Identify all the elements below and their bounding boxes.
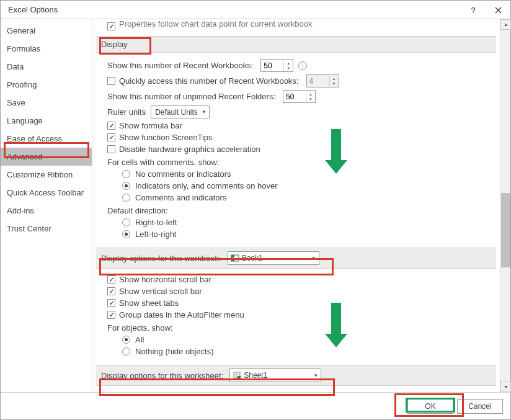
show-formula-bar-checkbox[interactable] bbox=[107, 122, 115, 130]
h-scroll-label: Show horizontal scroll bar bbox=[119, 275, 211, 284]
objects-all-radio[interactable] bbox=[122, 336, 130, 344]
sidebar-item-advanced[interactable]: Advanced bbox=[1, 148, 92, 166]
sidebar-item-general[interactable]: General bbox=[1, 22, 92, 40]
objects-none-radio[interactable] bbox=[122, 347, 130, 355]
display-heading-text: Display bbox=[101, 40, 128, 49]
recent-workbooks-spinner[interactable]: ▲▼ bbox=[260, 59, 293, 72]
sidebar-item-trust-center[interactable]: Trust Center bbox=[1, 220, 92, 238]
close-button[interactable] bbox=[486, 1, 510, 19]
comments-both-radio[interactable] bbox=[122, 194, 130, 202]
sidebar-item-formulas[interactable]: Formulas bbox=[1, 40, 92, 58]
worksheet-select[interactable]: Sheet1 ▼ bbox=[229, 369, 321, 382]
recent-folders-input[interactable] bbox=[283, 92, 306, 101]
worksheet-icon bbox=[233, 371, 241, 380]
sidebar-item-save[interactable]: Save bbox=[1, 94, 92, 112]
quick-access-recent-input bbox=[307, 77, 329, 86]
sheet-tabs-label: Show sheet tabs bbox=[119, 298, 179, 308]
svg-text:X: X bbox=[232, 256, 235, 261]
workbook-heading-text: Display options for this workbook: bbox=[101, 254, 221, 263]
workbook-select[interactable]: X Book1 ▼ bbox=[228, 251, 319, 265]
display-section-header: Display bbox=[96, 36, 496, 53]
sidebar-item-language[interactable]: Language bbox=[1, 112, 92, 130]
direction-rtl-radio[interactable] bbox=[122, 218, 130, 226]
objects-show-label: For objects, show: bbox=[107, 323, 491, 333]
ruler-units-label: Ruler units bbox=[107, 107, 146, 117]
comments-none-label: No comments or indicators bbox=[135, 169, 231, 179]
close-icon bbox=[495, 7, 502, 14]
sidebar-item-customize-ribbon[interactable]: Customize Ribbon bbox=[1, 166, 92, 184]
worksheet-select-value: Sheet1 bbox=[244, 371, 267, 380]
chart-data-point-label: Properties follow chart data point for c… bbox=[119, 19, 312, 29]
sidebar-item-data[interactable]: Data bbox=[1, 58, 92, 76]
comments-show-label: For cells with comments, show: bbox=[107, 158, 491, 167]
direction-ltr-radio[interactable] bbox=[122, 230, 130, 238]
quick-access-recent-checkbox[interactable] bbox=[107, 77, 115, 85]
comments-hover-radio[interactable] bbox=[122, 182, 130, 190]
chevron-down-icon: ▼ bbox=[309, 373, 318, 378]
objects-none-label: Nothing (hide objects) bbox=[135, 347, 213, 356]
recent-folders-spinner[interactable]: ▲▼ bbox=[283, 90, 316, 103]
ok-button[interactable]: OK bbox=[407, 399, 453, 414]
info-icon[interactable]: i bbox=[298, 61, 307, 70]
sidebar-item-ease-of-access[interactable]: Ease of Access bbox=[1, 130, 92, 148]
recent-workbooks-input[interactable] bbox=[261, 61, 283, 70]
ruler-units-value: Default Units bbox=[155, 108, 198, 117]
direction-rtl-label: Right-to-left bbox=[135, 218, 177, 227]
titlebar: Excel Options ? bbox=[1, 1, 510, 19]
scroll-up-button[interactable] bbox=[500, 19, 511, 30]
workbook-select-value: Book1 bbox=[242, 254, 263, 262]
vertical-scrollbar[interactable] bbox=[500, 19, 510, 392]
quick-access-recent-spinner: ▲▼ bbox=[306, 74, 339, 87]
sidebar-item-proofing[interactable]: Proofing bbox=[1, 76, 92, 94]
group-dates-label: Group dates in the AutoFilter menu bbox=[119, 310, 244, 319]
sidebar-item-add-ins[interactable]: Add-ins bbox=[1, 202, 92, 220]
worksheet-heading-text: Display options for this worksheet: bbox=[101, 371, 223, 380]
direction-ltr-label: Left-to-right bbox=[135, 230, 176, 239]
annotation-arrow-1 bbox=[325, 129, 347, 174]
dialog-title: Excel Options bbox=[6, 5, 58, 14]
comments-both-label: Comments and indicators bbox=[135, 193, 226, 202]
comments-hover-label: Indicators only, and comments on hover bbox=[135, 181, 278, 190]
v-scroll-label: Show vertical scroll bar bbox=[119, 287, 202, 296]
show-screentips-checkbox[interactable] bbox=[107, 133, 115, 141]
h-scroll-checkbox[interactable] bbox=[107, 275, 115, 284]
show-screentips-label: Show function ScreenTips bbox=[119, 133, 213, 142]
quick-access-recent-label: Quickly access this number of Recent Wor… bbox=[119, 76, 299, 86]
dialog-footer: OK Cancel bbox=[1, 392, 510, 419]
scroll-down-button[interactable] bbox=[500, 382, 511, 392]
sheet-tabs-checkbox[interactable] bbox=[107, 299, 115, 307]
default-direction-label: Default direction: bbox=[107, 206, 491, 215]
comments-none-radio[interactable] bbox=[122, 170, 130, 178]
chevron-down-icon: ▼ bbox=[198, 109, 207, 115]
ruler-units-dropdown[interactable]: Default Units ▼ bbox=[151, 105, 210, 118]
chevron-down-icon: ▼ bbox=[308, 256, 316, 261]
scroll-thumb[interactable] bbox=[501, 193, 510, 267]
recent-workbooks-label: Show this number of Recent Workbooks: bbox=[107, 61, 253, 70]
sidebar-nav: General Formulas Data Proofing Save Lang… bbox=[1, 19, 92, 392]
objects-all-label: All bbox=[135, 335, 144, 344]
options-content: Properties follow chart data point for c… bbox=[92, 19, 500, 392]
excel-workbook-icon: X bbox=[231, 254, 239, 262]
chart-data-point-checkbox[interactable] bbox=[107, 22, 115, 30]
worksheet-display-section-header: Display options for this worksheet: Shee… bbox=[96, 365, 496, 386]
v-scroll-checkbox[interactable] bbox=[107, 287, 115, 295]
cancel-button[interactable]: Cancel bbox=[457, 399, 503, 414]
recent-folders-label: Show this number of unpinned Recent Fold… bbox=[107, 92, 275, 101]
help-button[interactable]: ? bbox=[461, 1, 486, 19]
show-formula-bar-label: Show formula bar bbox=[119, 121, 182, 130]
workbook-display-section-header: Display options for this workbook: X Boo… bbox=[96, 248, 496, 269]
disable-hw-accel-label: Disable hardware graphics acceleration bbox=[119, 145, 260, 154]
sidebar-item-quick-access-toolbar[interactable]: Quick Access Toolbar bbox=[1, 184, 92, 202]
group-dates-checkbox[interactable] bbox=[107, 311, 115, 319]
svg-rect-4 bbox=[238, 376, 241, 379]
annotation-arrow-2 bbox=[325, 303, 347, 347]
disable-hw-accel-checkbox[interactable] bbox=[107, 145, 115, 153]
